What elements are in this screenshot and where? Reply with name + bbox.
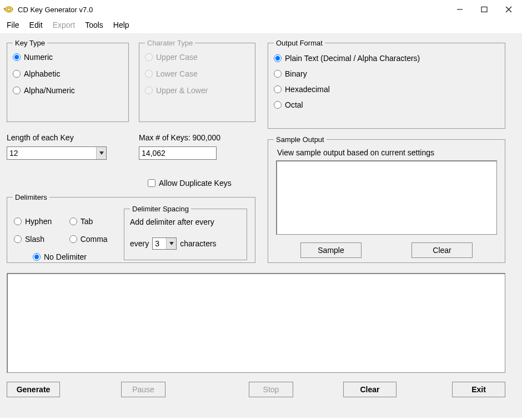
chevron-down-icon[interactable] [166, 238, 176, 249]
radio-upper-case [145, 53, 153, 61]
label-tab: Tab [81, 217, 93, 226]
label-hyphen: Hyphen [25, 217, 52, 226]
label-length: Length of each Key [7, 133, 74, 142]
exit-button[interactable]: Exit [452, 382, 505, 397]
radio-slash[interactable] [14, 235, 22, 243]
sample-output-hint: View sample output based on current sett… [277, 148, 499, 157]
group-char-type: Charater Type Upper Case Lower Case Uppe… [139, 39, 255, 122]
menu-export[interactable]: Export [53, 21, 75, 29]
client-area: Key Type Numeric Alphabetic Alpha/Numeri… [0, 33, 522, 418]
combo-delim-spacing[interactable]: 3 [152, 237, 177, 250]
legend-char-type: Charater Type [145, 39, 195, 47]
svg-marker-7 [169, 242, 174, 245]
check-allow-dup[interactable] [148, 179, 155, 187]
group-delimiters: Delimiters Hyphen Tab Slash Comma No [7, 193, 255, 263]
sample-button[interactable]: Sample [300, 242, 362, 258]
svg-rect-3 [481, 7, 487, 12]
legend-sample-output: Sample Output [274, 135, 327, 144]
menu-edit[interactable]: Edit [29, 21, 43, 29]
label-lower-case: Lower Case [156, 69, 198, 78]
window-title: CD Key Generator v7.0 [18, 6, 448, 14]
group-sample-output: Sample Output View sample output based o… [268, 135, 505, 263]
pause-button[interactable]: Pause [121, 382, 165, 397]
menubar: File Edit Export Tools Help [0, 19, 522, 33]
radio-comma[interactable] [69, 235, 77, 243]
label-slash: Slash [25, 235, 44, 244]
label-maxkeys: Max # of Keys: 900,000 [139, 133, 220, 142]
combo-delim-spacing-value: 3 [153, 239, 166, 248]
delim-spacing-every: every [130, 239, 149, 248]
radio-tab[interactable] [69, 217, 77, 225]
radio-plain-text[interactable] [274, 54, 282, 62]
minimize-button[interactable] [448, 2, 472, 17]
radio-upper-lower [145, 87, 153, 94]
label-allow-dup: Allow Duplicate Keys [159, 179, 232, 188]
stop-button[interactable]: Stop [249, 382, 293, 397]
clear-button[interactable]: Clear [343, 382, 396, 397]
label-no-delimiter: No Delimiter [44, 252, 87, 261]
combo-length[interactable]: 12 [7, 146, 107, 160]
close-button[interactable] [496, 2, 521, 17]
group-key-type: Key Type Numeric Alphabetic Alpha/Numeri… [7, 39, 129, 122]
menu-help[interactable]: Help [113, 21, 129, 29]
label-upper-case: Upper Case [156, 53, 198, 62]
output-box [7, 273, 505, 373]
radio-octal[interactable] [274, 101, 282, 109]
sample-output-box [276, 160, 497, 235]
radio-alphabetic[interactable] [13, 70, 21, 78]
svg-point-1 [7, 8, 11, 11]
delim-spacing-prefix: Add delimiter after every [130, 217, 214, 226]
group-delim-spacing: Delimiter Spacing Add delimiter after ev… [124, 205, 247, 260]
label-hex: Hexadecimal [285, 85, 330, 94]
app-icon [3, 4, 14, 15]
label-octal: Octal [285, 100, 303, 109]
legend-delim-spacing: Delimiter Spacing [130, 205, 191, 213]
menu-file[interactable]: File [7, 21, 19, 29]
menu-tools[interactable]: Tools [85, 21, 103, 29]
label-alphanumeric: Alpha/Numeric [24, 86, 75, 95]
generate-button[interactable]: Generate [7, 382, 60, 397]
radio-no-delimiter[interactable] [33, 253, 41, 261]
radio-hex[interactable] [274, 85, 282, 93]
label-alphabetic: Alphabetic [24, 69, 60, 78]
label-upper-lower: Upper & Lower [156, 86, 208, 95]
radio-alphanumeric[interactable] [13, 87, 21, 94]
radio-numeric[interactable] [13, 53, 21, 61]
svg-marker-6 [99, 151, 104, 155]
radio-lower-case [145, 70, 153, 78]
delim-spacing-suffix: characters [180, 239, 216, 248]
legend-output-format: Output Format [274, 39, 325, 47]
label-binary: Binary [285, 69, 307, 78]
group-output-format: Output Format Plain Text (Decimal / Alph… [268, 39, 505, 129]
label-numeric: Numeric [24, 53, 53, 62]
legend-delimiters: Delimiters [13, 193, 49, 201]
label-comma: Comma [81, 235, 108, 244]
sample-clear-button[interactable]: Clear [411, 242, 473, 258]
label-plain-text: Plain Text (Decimal / Alpha Characters) [285, 54, 420, 63]
combo-length-value: 12 [7, 149, 96, 158]
maximize-button[interactable] [472, 2, 496, 17]
input-maxkeys[interactable] [139, 146, 217, 160]
radio-binary[interactable] [274, 70, 282, 78]
radio-hyphen[interactable] [14, 217, 22, 225]
legend-key-type: Key Type [13, 39, 47, 47]
chevron-down-icon[interactable] [96, 147, 106, 159]
titlebar: CD Key Generator v7.0 [0, 0, 522, 19]
